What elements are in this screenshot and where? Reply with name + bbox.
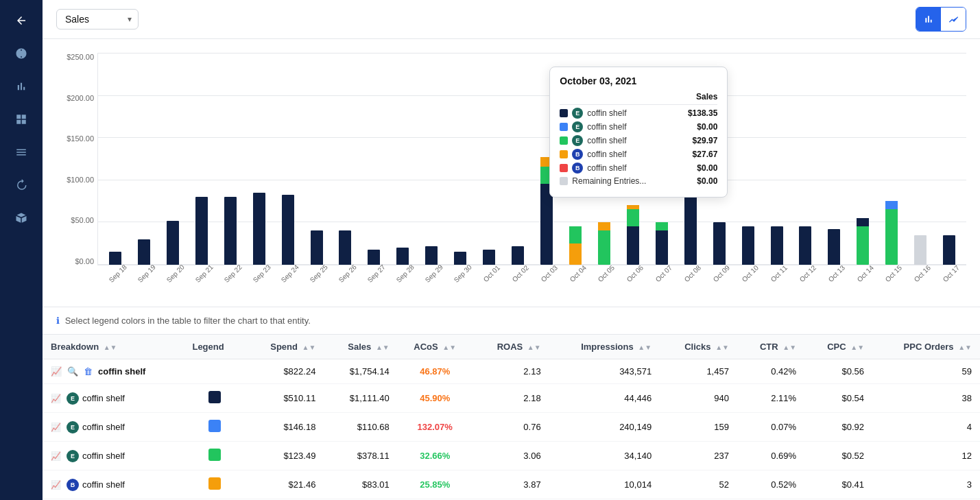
bar-segment bbox=[885, 209, 898, 265]
trend-icon[interactable]: 📈 bbox=[51, 422, 61, 432]
bar-group bbox=[418, 53, 445, 265]
tooltip-item-name: coffin shelf bbox=[587, 150, 688, 159]
tooltip-divider bbox=[560, 104, 717, 105]
ctr-cell: 0.69% bbox=[737, 442, 804, 471]
tooltip-badge: E bbox=[572, 121, 583, 132]
tooltip-item-value: $27.67 bbox=[693, 150, 718, 159]
table-body: 📈 🔍 🗑 coffin shelf $822.24$1,754.1446.87… bbox=[43, 359, 980, 501]
clicks-cell: 52 bbox=[660, 471, 737, 499]
col-ctr[interactable]: CTR ▲▼ bbox=[737, 335, 804, 359]
trend-icon[interactable]: 📈 bbox=[51, 451, 61, 461]
breakdown-cell: 📈 🔍 🗑 coffin shelf bbox=[43, 359, 184, 384]
bar-group bbox=[734, 53, 762, 265]
bar-segment bbox=[914, 235, 927, 265]
tooltip-badge: E bbox=[572, 108, 583, 119]
metric-dropdown[interactable]: Sales Spend Impressions Clicks CTR CPC R… bbox=[56, 9, 139, 29]
legend-swatch[interactable] bbox=[208, 449, 221, 461]
col-spend[interactable]: Spend ▲▼ bbox=[246, 335, 324, 359]
col-clicks[interactable]: Clicks ▲▼ bbox=[660, 335, 737, 359]
roas-cell: 2.18 bbox=[473, 384, 549, 413]
trend-icon[interactable]: 📈 bbox=[51, 366, 62, 377]
ctr-cell: 2.11% bbox=[737, 384, 804, 413]
col-ppc-orders[interactable]: PPC Orders ▲▼ bbox=[872, 335, 980, 359]
breakdown-name: coffin shelf bbox=[82, 479, 125, 490]
breakdown-cell: 📈 B coffin shelf bbox=[43, 471, 184, 499]
col-acos[interactable]: ACoS ▲▼ bbox=[398, 335, 473, 359]
search-icon[interactable]: 🔍 bbox=[67, 366, 78, 377]
breakdown-cell: 📈 E coffin shelf bbox=[43, 442, 184, 471]
bar-segment bbox=[138, 239, 150, 265]
info-icon: ℹ bbox=[56, 316, 60, 326]
y-label: $200.00 bbox=[56, 94, 94, 102]
acos-cell: 46.87% bbox=[398, 359, 473, 384]
bar-group bbox=[792, 53, 820, 265]
sales-dropdown-wrapper[interactable]: Sales Spend Impressions Clicks CTR CPC R… bbox=[56, 9, 139, 29]
col-legend[interactable]: Legend bbox=[184, 335, 245, 359]
bar-segment bbox=[339, 230, 351, 265]
legend-swatch[interactable] bbox=[208, 477, 221, 490]
tooltip-item-name: coffin shelf bbox=[587, 108, 684, 118]
delete-icon[interactable]: 🗑 bbox=[84, 366, 93, 377]
legend-cell[interactable] bbox=[184, 442, 245, 471]
tooltip-header-col: Sales bbox=[696, 92, 717, 102]
table-row: 📈 E coffin shelf $123.49$378.1132.66%3.0… bbox=[43, 442, 980, 471]
back-icon[interactable] bbox=[8, 7, 35, 34]
ppc-orders-cell: 3 bbox=[872, 471, 980, 499]
legend-cell[interactable] bbox=[184, 384, 245, 413]
dashboard-icon[interactable] bbox=[8, 40, 35, 67]
legend-swatch[interactable] bbox=[208, 391, 221, 403]
tooltip-item-value: $0.00 bbox=[697, 163, 717, 173]
line-chart-button[interactable] bbox=[941, 8, 966, 31]
legend-cell[interactable] bbox=[184, 471, 245, 499]
legend-cell[interactable] bbox=[184, 359, 245, 384]
bar-group bbox=[360, 53, 387, 265]
col-sales[interactable]: Sales ▲▼ bbox=[324, 335, 397, 359]
bar-segment bbox=[483, 250, 495, 265]
package-icon[interactable] bbox=[8, 204, 35, 232]
tooltip-item-name: coffin shelf bbox=[587, 163, 693, 173]
tooltip-item-name: coffin shelf bbox=[587, 122, 693, 132]
breakdown-cell: 📈 E coffin shelf bbox=[43, 413, 184, 442]
spend-cell: $146.18 bbox=[246, 413, 324, 442]
bar-group bbox=[274, 53, 302, 265]
bar-segment bbox=[742, 226, 754, 265]
col-cpc[interactable]: CPC ▲▼ bbox=[804, 335, 872, 359]
cpc-cell: $0.52 bbox=[804, 442, 872, 471]
history-icon[interactable] bbox=[8, 171, 35, 199]
table-row: 📈 🔍 🗑 coffin shelf $822.24$1,754.1446.87… bbox=[43, 359, 980, 384]
bar-group bbox=[907, 53, 934, 265]
ctr-cell: 0.52% bbox=[737, 471, 804, 499]
bar-group bbox=[446, 53, 474, 265]
impressions-cell: 343,571 bbox=[549, 359, 660, 384]
breakdown-cell: 📈 E coffin shelf bbox=[43, 384, 184, 413]
bar-group bbox=[878, 53, 905, 265]
bar-segment bbox=[195, 197, 208, 265]
cpc-cell: $0.92 bbox=[804, 413, 872, 442]
legend-cell[interactable] bbox=[184, 413, 245, 442]
tooltip-header: Sales bbox=[560, 92, 717, 102]
list-icon[interactable] bbox=[8, 139, 35, 166]
bar-segment bbox=[943, 235, 955, 265]
bar-group bbox=[820, 53, 848, 265]
sales-cell: $378.11 bbox=[324, 442, 397, 471]
ppc-orders-cell: 4 bbox=[872, 413, 980, 442]
col-impressions[interactable]: Impressions ▲▼ bbox=[549, 335, 660, 359]
bar-segment bbox=[656, 230, 668, 265]
info-text: Select legend colors in the table to fil… bbox=[65, 316, 311, 326]
y-label: $100.00 bbox=[56, 176, 94, 184]
clicks-cell: 940 bbox=[660, 384, 737, 413]
trend-icon[interactable]: 📈 bbox=[51, 394, 61, 403]
legend-swatch[interactable] bbox=[208, 420, 221, 432]
entity-badge: E bbox=[67, 421, 79, 433]
bar-chart-button[interactable] bbox=[916, 8, 941, 31]
col-breakdown[interactable]: Breakdown ▲▼ bbox=[43, 335, 184, 359]
sales-cell: $110.68 bbox=[324, 413, 397, 442]
bar-segment bbox=[282, 195, 294, 265]
trend-icon[interactable]: 📈 bbox=[51, 480, 61, 490]
tooltip-row: Remaining Entries...$0.00 bbox=[560, 176, 717, 186]
grid-icon[interactable] bbox=[8, 106, 35, 133]
analytics-icon[interactable] bbox=[8, 73, 35, 100]
cpc-cell: $0.54 bbox=[804, 384, 872, 413]
col-roas[interactable]: ROAS ▲▼ bbox=[473, 335, 549, 359]
clicks-cell: 159 bbox=[660, 413, 737, 442]
